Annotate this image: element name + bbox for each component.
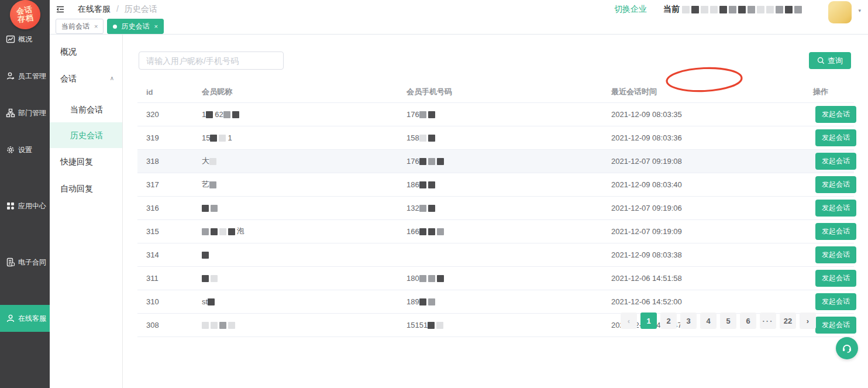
org-tree-icon bbox=[6, 108, 15, 118]
caret-down-icon[interactable]: ▾ bbox=[858, 8, 861, 13]
cell-actions: 发起会话 bbox=[807, 219, 854, 243]
cell-nickname bbox=[193, 196, 398, 219]
column-actions: 操作 bbox=[807, 82, 854, 102]
table-row: 315泡1662021-12-07 09:19:09发起会话 bbox=[137, 219, 854, 243]
start-session-button[interactable]: 发起会话 bbox=[815, 153, 856, 170]
close-icon[interactable]: × bbox=[154, 23, 157, 30]
submenu-item[interactable]: 概况 bbox=[50, 38, 122, 65]
employee-icon bbox=[6, 71, 15, 81]
redacted-block bbox=[211, 322, 218, 329]
primary-sidebar-items: 概况员工管理部门管理设置应用中心电子合同在线客服 bbox=[0, 26, 50, 332]
query-button[interactable]: 查询 bbox=[809, 52, 851, 69]
pagination-page-button[interactable]: 6 bbox=[740, 313, 756, 329]
cell-phone: 176 bbox=[398, 102, 602, 126]
cell-phone: 132 bbox=[398, 196, 602, 219]
search-input[interactable] bbox=[139, 51, 284, 70]
contract-icon bbox=[6, 257, 15, 267]
redacted-block bbox=[691, 6, 699, 13]
cell-id: 317 bbox=[137, 173, 193, 196]
pagination-page-button[interactable]: 1 bbox=[640, 313, 657, 329]
pagination-page-button[interactable]: 22 bbox=[780, 313, 796, 329]
redacted-block bbox=[428, 181, 435, 188]
sidebar-item-label: 概况 bbox=[18, 35, 32, 44]
chevron-up-icon[interactable]: ∧ bbox=[110, 65, 114, 92]
start-session-button[interactable]: 发起会话 bbox=[815, 176, 856, 193]
start-session-button[interactable]: 发起会话 bbox=[815, 129, 856, 146]
start-session-button[interactable]: 发起会话 bbox=[815, 293, 856, 310]
submenu-item-label: 快捷回复 bbox=[60, 157, 93, 166]
cell-id: 308 bbox=[137, 313, 193, 337]
cell-nickname: 151 bbox=[193, 126, 398, 149]
column-nickname: 会员昵称 bbox=[193, 82, 398, 102]
visible-text: 186 bbox=[407, 180, 419, 189]
sidebar-item-contract[interactable]: 电子合同 bbox=[0, 249, 50, 276]
cell-actions: 发起会话 bbox=[807, 126, 854, 149]
cell-nickname: 162 bbox=[193, 102, 398, 126]
pagination-next-button[interactable]: › bbox=[800, 313, 816, 329]
redacted-block bbox=[208, 298, 215, 305]
pagination-page-button[interactable]: 4 bbox=[700, 313, 717, 329]
cell-actions: 发起会话 bbox=[807, 149, 854, 173]
start-session-button[interactable]: 发起会话 bbox=[815, 270, 856, 287]
cell-last-session-time: 2021-12-09 08:03:40 bbox=[602, 173, 807, 196]
pagination-page-button[interactable]: 2 bbox=[660, 313, 677, 329]
redacted-block bbox=[428, 158, 435, 165]
start-session-button[interactable]: 发起会话 bbox=[815, 246, 856, 263]
cell-phone: 166 bbox=[398, 219, 602, 243]
visible-text: 15151 bbox=[407, 321, 428, 329]
cell-nickname bbox=[193, 243, 398, 266]
switch-company-link[interactable]: 切换企业 bbox=[614, 4, 647, 15]
chart-icon bbox=[6, 35, 15, 44]
start-session-button[interactable]: 发起会话 bbox=[815, 223, 856, 240]
visible-text: 176 bbox=[407, 110, 419, 119]
breadcrumb-section[interactable]: 在线客服 bbox=[78, 4, 111, 13]
redacted-block bbox=[719, 6, 727, 13]
redacted-block bbox=[776, 6, 783, 13]
cell-phone: 189 bbox=[398, 290, 602, 313]
redacted-block bbox=[228, 228, 235, 235]
submenu-item[interactable]: 自动回复 bbox=[50, 175, 122, 202]
redacted-block bbox=[428, 205, 435, 212]
redacted-block bbox=[210, 135, 217, 142]
menu-fold-icon[interactable] bbox=[56, 5, 65, 14]
cell-id: 310 bbox=[137, 290, 193, 313]
column-id: id bbox=[137, 82, 193, 102]
visible-text: 180 bbox=[407, 274, 419, 283]
table-row: 3201621762021-12-09 08:03:35发起会话 bbox=[137, 102, 854, 126]
sidebar-item-chart[interactable]: 概况 bbox=[0, 26, 50, 53]
tab-label: 当前会话 bbox=[61, 22, 89, 32]
customer-service-fab[interactable] bbox=[836, 337, 858, 359]
sidebar-item-gear[interactable]: 设置 bbox=[0, 136, 50, 163]
cell-phone bbox=[398, 243, 602, 266]
redacted-block bbox=[419, 275, 426, 282]
submenu-item[interactable]: 当前会话 bbox=[50, 97, 122, 122]
start-session-button[interactable]: 发起会话 bbox=[815, 200, 856, 217]
redacted-block bbox=[428, 228, 435, 235]
sidebar-item-employee[interactable]: 员工管理 bbox=[0, 63, 50, 90]
redacted-block bbox=[219, 135, 226, 142]
sidebar-item-customer-service[interactable]: 在线客服 bbox=[0, 305, 50, 332]
redacted-block bbox=[419, 228, 426, 235]
visible-text: 1 bbox=[202, 110, 206, 119]
pagination-prev-button[interactable]: ‹ bbox=[621, 313, 637, 329]
submenu-item[interactable]: 会话∧ bbox=[50, 65, 122, 92]
start-session-button[interactable]: 发起会话 bbox=[815, 317, 856, 334]
start-session-button[interactable]: 发起会话 bbox=[815, 106, 856, 123]
sidebar-item-apps-grid[interactable]: 应用中心 bbox=[0, 193, 50, 219]
tab-history-session[interactable]: 历史会话 × bbox=[107, 19, 163, 34]
cell-last-session-time: 2021-12-09 08:03:35 bbox=[602, 102, 807, 126]
cell-last-session-time: 2021-12-09 08:03:36 bbox=[602, 126, 807, 149]
pagination-ellipsis[interactable]: ··· bbox=[760, 313, 776, 329]
pagination-page-button[interactable]: 5 bbox=[720, 313, 736, 329]
sidebar-item-org-tree[interactable]: 部门管理 bbox=[0, 99, 50, 126]
submenu-item[interactable]: 历史会话 bbox=[50, 122, 122, 148]
submenu-item[interactable]: 快捷回复 bbox=[50, 148, 122, 175]
pagination-page-button[interactable]: 3 bbox=[680, 313, 697, 329]
table-row: 317艺1862021-12-09 08:03:40发起会话 bbox=[137, 173, 854, 196]
user-avatar[interactable] bbox=[828, 1, 852, 23]
redacted-block bbox=[748, 6, 755, 13]
tab-current-session[interactable]: 当前会话 × bbox=[56, 19, 104, 34]
redacted-block bbox=[428, 275, 435, 282]
cell-actions: 发起会话 bbox=[807, 243, 854, 266]
close-icon[interactable]: × bbox=[94, 23, 98, 30]
